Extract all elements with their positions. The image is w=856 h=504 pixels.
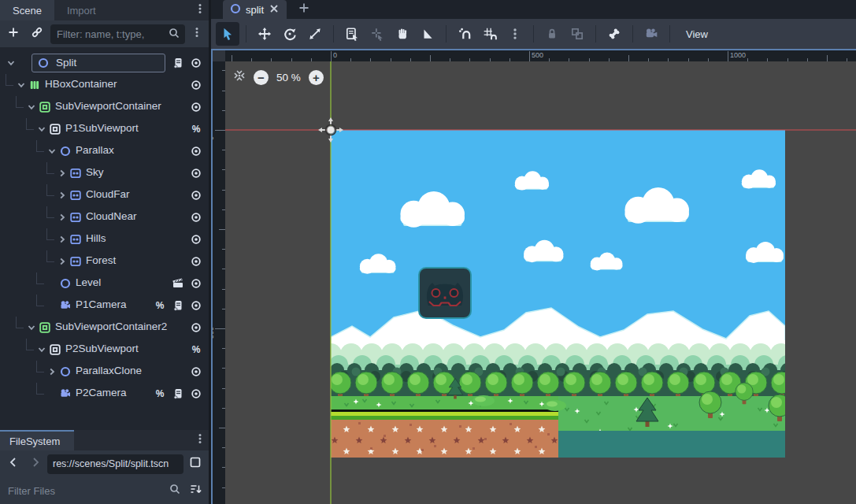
chevron-down-icon[interactable] bbox=[5, 57, 17, 69]
visibility-toggle-icon[interactable] bbox=[190, 255, 202, 268]
pan-tool[interactable] bbox=[391, 22, 414, 46]
lock-selected-button[interactable] bbox=[540, 22, 564, 46]
node-label: CloudNear bbox=[86, 210, 137, 222]
chevron-down-icon[interactable] bbox=[35, 343, 48, 356]
fs-back-button[interactable] bbox=[3, 454, 24, 474]
fs-sort-button[interactable] bbox=[185, 480, 206, 501]
fs-filter-row: Filter Files bbox=[0, 477, 209, 504]
visibility-toggle-icon[interactable] bbox=[190, 145, 202, 158]
chevron-right-icon[interactable] bbox=[56, 255, 69, 268]
player-node-icon bbox=[69, 167, 82, 180]
chevron-down-icon[interactable] bbox=[15, 79, 28, 91]
zoom-level-label[interactable]: 50 % bbox=[276, 72, 301, 83]
tree-row-split[interactable]: Split bbox=[0, 52, 209, 74]
tree-row-cloudfar[interactable]: CloudFar bbox=[0, 184, 209, 206]
position-select-tool[interactable] bbox=[365, 22, 389, 46]
visibility-toggle-icon[interactable] bbox=[190, 189, 202, 202]
tree-row-level[interactable]: Level bbox=[0, 272, 209, 295]
scene-filter-placeholder: Filter: name, t:type, bbox=[57, 28, 168, 40]
smart-snap-toggle[interactable] bbox=[453, 22, 476, 46]
tree-row-hills[interactable]: Hills bbox=[0, 228, 209, 250]
player-character bbox=[419, 268, 471, 318]
visibility-toggle-icon[interactable] bbox=[190, 277, 202, 290]
list-select-tool[interactable] bbox=[340, 22, 364, 46]
tab-import-label: Import bbox=[67, 5, 96, 17]
grid-snap-toggle[interactable] bbox=[478, 22, 502, 46]
tree-row-p2subviewport[interactable]: P2SubViewport% bbox=[0, 339, 209, 361]
close-icon[interactable] bbox=[268, 2, 280, 17]
fs-path-input[interactable]: res://scenes/Split/split.tscn bbox=[47, 454, 183, 474]
tree-row-p2camera[interactable]: P2Camera% bbox=[0, 383, 209, 405]
visibility-toggle-icon[interactable] bbox=[190, 299, 202, 312]
visibility-toggle-icon[interactable] bbox=[190, 167, 202, 180]
filesystem-menu-icon[interactable] bbox=[191, 430, 209, 450]
scale-tool[interactable] bbox=[303, 22, 327, 46]
fs-forward-button[interactable] bbox=[25, 454, 46, 474]
chevron-down-icon[interactable] bbox=[46, 145, 58, 158]
visibility-toggle-icon[interactable] bbox=[190, 365, 202, 378]
tree-row-subviewportcontainer2[interactable]: SubViewportContainer2 bbox=[0, 317, 209, 339]
ruler-tool[interactable] bbox=[416, 22, 439, 46]
filesystem-tabbar: FileSystem bbox=[0, 430, 209, 450]
move-tool[interactable] bbox=[253, 22, 276, 46]
chevron-right-icon[interactable] bbox=[56, 211, 69, 224]
script-icon bbox=[172, 299, 184, 312]
chevron-right-icon[interactable] bbox=[46, 365, 58, 378]
select-tool[interactable] bbox=[216, 22, 239, 46]
subviewport-node-icon bbox=[49, 123, 61, 135]
override-camera-button[interactable] bbox=[639, 22, 663, 46]
fs-path-value: res://scenes/Split/split.tscn bbox=[53, 458, 169, 469]
zoom-out-button[interactable]: − bbox=[254, 70, 269, 85]
tab-import[interactable]: Import bbox=[54, 0, 109, 20]
fs-filter-input[interactable]: Filter Files bbox=[8, 485, 165, 497]
new-scene-tab-button[interactable] bbox=[298, 0, 310, 19]
tree-row-sky[interactable]: Sky bbox=[0, 162, 209, 184]
visibility-toggle-icon[interactable] bbox=[190, 211, 202, 224]
group-selected-button[interactable] bbox=[565, 22, 589, 46]
chevron-right-icon[interactable] bbox=[56, 167, 69, 180]
instance-scene-button[interactable] bbox=[27, 24, 47, 44]
open-scene-icon[interactable] bbox=[172, 277, 184, 290]
tree-row-parallaxclone[interactable]: ParallaxClone bbox=[0, 361, 209, 383]
snap-options-menu[interactable] bbox=[503, 22, 527, 46]
center-view-icon[interactable] bbox=[233, 69, 246, 85]
toolbar-separator bbox=[533, 25, 534, 43]
viewport-canvas[interactable]: − 50 % + bbox=[225, 61, 856, 504]
player-node-icon bbox=[69, 255, 82, 268]
tab-filesystem[interactable]: FileSystem bbox=[0, 430, 74, 450]
add-node-button[interactable] bbox=[3, 24, 24, 44]
visibility-toggle-icon[interactable] bbox=[190, 57, 202, 69]
tab-scene[interactable]: Scene bbox=[0, 0, 54, 20]
tree-row-p1camera[interactable]: P1Camera% bbox=[0, 295, 209, 317]
visibility-toggle-icon[interactable] bbox=[190, 101, 202, 113]
visibility-toggle-icon[interactable] bbox=[190, 79, 202, 91]
unique-name-icon: % bbox=[154, 387, 166, 400]
visibility-toggle-icon[interactable] bbox=[190, 233, 202, 246]
node-label: Hills bbox=[86, 232, 106, 244]
tree-row-hboxcontainer[interactable]: HBoxContainer bbox=[0, 74, 209, 96]
tree-row-subviewportcontainer[interactable]: SubViewportContainer bbox=[0, 96, 209, 118]
visibility-toggle-icon[interactable] bbox=[190, 387, 202, 400]
scene-filter-input[interactable]: Filter: name, t:type, bbox=[50, 24, 185, 44]
tree-row-p1subviewport[interactable]: P1SubViewport% bbox=[0, 118, 209, 140]
visibility-toggle-icon[interactable] bbox=[190, 321, 202, 334]
tree-row-cloudnear[interactable]: CloudNear bbox=[0, 206, 209, 228]
chevron-down-icon[interactable] bbox=[25, 321, 38, 334]
chevron-right-icon[interactable] bbox=[56, 233, 69, 246]
tree-row-forest[interactable]: Forest bbox=[0, 250, 209, 272]
rotate-tool[interactable] bbox=[278, 22, 302, 46]
zoom-in-button[interactable]: + bbox=[309, 70, 324, 85]
tree-row-parallax[interactable]: Parallax bbox=[0, 140, 209, 162]
fs-search-icon bbox=[165, 480, 185, 501]
node-rename-field[interactable]: Split bbox=[31, 54, 165, 72]
main-editor: split View 05001000 0500 bbox=[211, 0, 856, 504]
fs-split-mode-button[interactable] bbox=[185, 454, 206, 474]
chevron-down-icon[interactable] bbox=[25, 101, 38, 113]
view-menu[interactable]: View bbox=[676, 28, 717, 40]
scene-tree-menu-icon[interactable] bbox=[188, 26, 206, 42]
scene-tab-split[interactable]: split bbox=[223, 0, 287, 19]
chevron-down-icon[interactable] bbox=[35, 123, 48, 135]
skeleton-options-menu[interactable] bbox=[602, 22, 626, 46]
scene-dock-menu-icon[interactable] bbox=[191, 0, 209, 20]
chevron-right-icon[interactable] bbox=[56, 189, 69, 202]
